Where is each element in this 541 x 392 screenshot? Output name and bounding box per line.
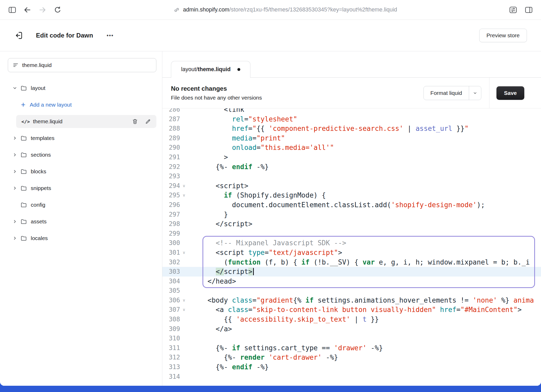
- tab-theme-liquid[interactable]: layout/theme.liquid: [171, 61, 250, 78]
- code-line[interactable]: 288 href="{{ 'component-predictive-searc…: [162, 124, 541, 133]
- save-button[interactable]: Save: [496, 86, 524, 100]
- chevron-right-icon[interactable]: [11, 219, 18, 224]
- code-text[interactable]: {{ 'accessibility.skip_to_text' | t }}: [188, 315, 541, 324]
- sidebar-item-sections[interactable]: sections: [8, 148, 156, 161]
- code-line[interactable]: 311 {%- if settings.cart_type == 'drawer…: [162, 343, 541, 353]
- code-line[interactable]: 300 <!-- Mixpanel Javascript SDK -->: [162, 238, 541, 248]
- code-text[interactable]: <script>: [188, 181, 541, 191]
- chevron-right-icon[interactable]: [11, 236, 18, 241]
- code-text[interactable]: (function (f, b) { if (!b.__SV) { var e,…: [188, 258, 541, 267]
- file-search-input[interactable]: [22, 62, 151, 68]
- code-line[interactable]: 295∨ if (Shopify.designMode) {: [162, 191, 541, 200]
- code-text[interactable]: media="print": [188, 133, 541, 143]
- code-text[interactable]: {%- endif -%}: [188, 362, 541, 372]
- code-text[interactable]: }: [188, 210, 541, 219]
- rename-file-icon[interactable]: [145, 118, 151, 125]
- code-line[interactable]: 312 {%- render 'cart-drawer' -%}: [162, 353, 541, 362]
- exit-editor-icon[interactable]: [13, 30, 24, 41]
- code-line[interactable]: 314: [162, 372, 541, 382]
- fold-chevron-icon[interactable]: ∨: [180, 296, 188, 305]
- code-text[interactable]: </script>: [188, 267, 541, 277]
- code-line[interactable]: 308 {{ 'accessibility.skip_to_text' | t …: [162, 315, 541, 324]
- sidebar-toggle-icon[interactable]: [8, 5, 17, 14]
- code-text[interactable]: rel="stylesheet": [188, 114, 541, 124]
- preview-store-button[interactable]: Preview store: [479, 29, 527, 42]
- more-actions-button[interactable]: •••: [107, 33, 114, 39]
- back-icon[interactable]: [23, 5, 32, 14]
- code-line[interactable]: 303 </script>: [162, 267, 541, 277]
- code-text[interactable]: {%- if settings.cart_type == 'drawer' -%…: [188, 343, 541, 353]
- code-line[interactable]: 287 rel="stylesheet": [162, 114, 541, 124]
- code-line[interactable]: 301∨ <script type="text/javascript">: [162, 248, 541, 258]
- code-text[interactable]: {%- endif -%}: [188, 162, 541, 172]
- code-line[interactable]: 293: [162, 172, 541, 181]
- page-settings-icon[interactable]: [509, 5, 518, 14]
- code-text[interactable]: document.documentElement.classList.add('…: [188, 200, 541, 210]
- format-liquid-label[interactable]: Format liquid: [424, 86, 469, 100]
- format-liquid-button[interactable]: Format liquid: [423, 86, 481, 100]
- delete-file-icon[interactable]: [132, 118, 138, 125]
- sidebar-right-toggle-icon[interactable]: [524, 5, 533, 14]
- chevron-right-icon[interactable]: [11, 136, 18, 141]
- format-dropdown-chevron-icon[interactable]: [469, 86, 481, 100]
- code-text[interactable]: if (Shopify.designMode) {: [188, 191, 541, 200]
- sidebar-item-theme-liquid[interactable]: </> theme.liquid: [16, 115, 156, 128]
- code-text[interactable]: <a class="skip-to-content-link button vi…: [188, 305, 541, 315]
- fold-chevron-icon[interactable]: ∨: [180, 191, 188, 200]
- code-line[interactable]: 290 onload="this.media='all'": [162, 143, 541, 152]
- code-editor[interactable]: 286 <link287 rel="stylesheet"288 href="{…: [162, 108, 541, 386]
- code-line[interactable]: 307∨ <a class="skip-to-content-link butt…: [162, 305, 541, 315]
- code-text[interactable]: [188, 372, 541, 382]
- code-line[interactable]: 310: [162, 334, 541, 343]
- fold-chevron-icon[interactable]: ∨: [180, 305, 188, 315]
- code-line[interactable]: 297 }: [162, 210, 541, 219]
- code-text[interactable]: [188, 334, 541, 343]
- code-line[interactable]: 309 </a>: [162, 324, 541, 334]
- sidebar-item-blocks[interactable]: blocks: [8, 165, 156, 178]
- code-line[interactable]: 291 >: [162, 152, 541, 162]
- sidebar-item-add-layout[interactable]: + Add a new layout: [8, 98, 156, 111]
- code-line[interactable]: 304 </head>: [162, 277, 541, 286]
- code-text[interactable]: <!-- Mixpanel Javascript SDK -->: [188, 238, 541, 248]
- code-line[interactable]: 294∨ <script>: [162, 181, 541, 191]
- code-text[interactable]: </head>: [188, 277, 541, 286]
- fold-chevron-icon[interactable]: ∨: [180, 181, 188, 191]
- code-line[interactable]: 299: [162, 229, 541, 238]
- code-text[interactable]: onload="this.media='all'": [188, 143, 541, 152]
- code-text[interactable]: <body class="gradient{% if settings.anim…: [188, 296, 541, 305]
- forward-icon[interactable]: [38, 5, 47, 14]
- code-text[interactable]: href="{{ 'component-predictive-search.cs…: [188, 124, 541, 133]
- code-text[interactable]: </script>: [188, 219, 541, 229]
- code-text[interactable]: >: [188, 152, 541, 162]
- code-text[interactable]: <link: [188, 108, 541, 114]
- sidebar-item-layout[interactable]: layout: [8, 82, 156, 95]
- reload-icon[interactable]: [53, 5, 62, 14]
- chevron-right-icon[interactable]: [11, 186, 18, 191]
- code-line[interactable]: 296 document.documentElement.classList.a…: [162, 200, 541, 210]
- fold-chevron-icon[interactable]: ∨: [180, 248, 188, 258]
- code-text[interactable]: </a>: [188, 324, 541, 334]
- chevron-right-icon[interactable]: [11, 152, 18, 157]
- code-text[interactable]: [188, 172, 541, 181]
- code-line[interactable]: 305: [162, 286, 541, 296]
- sidebar-item-assets[interactable]: assets: [8, 215, 156, 228]
- code-line[interactable]: 302 (function (f, b) { if (!b.__SV) { va…: [162, 258, 541, 267]
- sidebar-item-snippets[interactable]: snippets: [8, 182, 156, 195]
- chevron-right-icon[interactable]: [11, 169, 18, 174]
- sidebar-item-config[interactable]: config: [8, 198, 156, 211]
- code-line[interactable]: 306∨ <body class="gradient{% if settings…: [162, 296, 541, 305]
- code-text[interactable]: [188, 229, 541, 238]
- code-text[interactable]: [188, 286, 541, 296]
- code-line[interactable]: 292 {%- endif -%}: [162, 162, 541, 172]
- code-line[interactable]: 289 media="print": [162, 133, 541, 143]
- code-text[interactable]: {%- render 'cart-drawer' -%}: [188, 353, 541, 362]
- sidebar-item-templates[interactable]: templates: [8, 132, 156, 145]
- code-text[interactable]: <script type="text/javascript">: [188, 248, 541, 258]
- code-line[interactable]: 286 <link: [162, 108, 541, 114]
- address-bar[interactable]: admin.shopify.com/store/rzq1xu-f5/themes…: [68, 5, 502, 14]
- code-line[interactable]: 298 </script>: [162, 219, 541, 229]
- file-search-box[interactable]: [8, 58, 156, 72]
- chevron-down-icon[interactable]: [11, 85, 18, 91]
- sidebar-item-locales[interactable]: locales: [8, 232, 156, 245]
- code-line[interactable]: 313 {%- endif -%}: [162, 362, 541, 372]
